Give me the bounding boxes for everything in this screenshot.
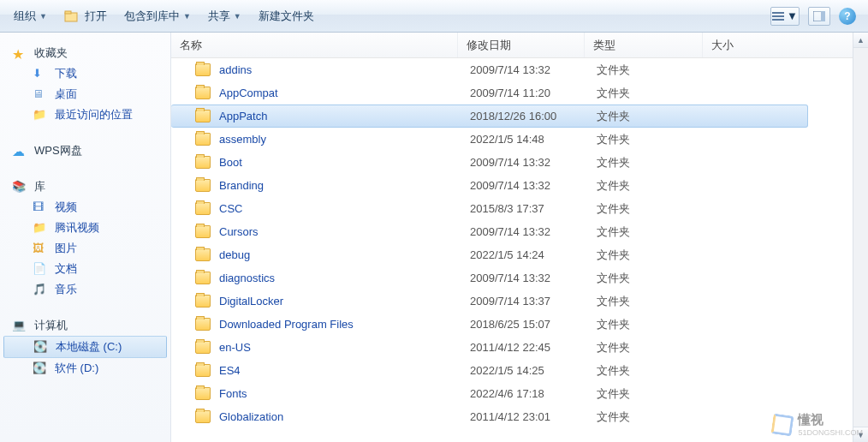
computer-label: 计算机: [34, 318, 68, 333]
new-folder-button[interactable]: 新建文件夹: [250, 4, 323, 28]
table-row[interactable]: AppCompat2009/7/14 11:20文件夹: [171, 81, 868, 105]
sidebar-group-favorites: ★ 收藏夹 ⬇ 下载 🖥 桌面 📁 最近访问的位置: [0, 43, 170, 125]
file-type: 文件夹: [597, 178, 715, 194]
view-options-button[interactable]: ▼: [770, 7, 800, 26]
sidebar-item-desktop[interactable]: 🖥 桌面: [0, 84, 170, 105]
sidebar-item-label: 最近访问的位置: [55, 107, 133, 122]
file-type: 文件夹: [597, 409, 715, 425]
sidebar-item-recent[interactable]: 📁 最近访问的位置: [0, 105, 170, 125]
include-label: 包含到库中: [124, 9, 180, 24]
sidebar-item-pictures[interactable]: 🖼 图片: [0, 238, 170, 259]
new-folder-label: 新建文件夹: [259, 9, 314, 24]
chevron-down-icon: ▼: [234, 12, 241, 21]
sidebar-item-tencent-video[interactable]: 📁 腾讯视频: [0, 218, 170, 238]
file-name: DigitalLocker: [219, 295, 283, 308]
table-row[interactable]: Cursors2009/7/14 13:32文件夹: [171, 220, 868, 243]
folder-icon: [195, 133, 211, 146]
sidebar-item-documents[interactable]: 📄 文档: [0, 259, 170, 279]
sidebar-item-music[interactable]: 🎵 音乐: [0, 279, 170, 300]
file-type: 文件夹: [597, 132, 715, 147]
music-icon: 🎵: [33, 283, 48, 296]
libraries-label: 库: [34, 179, 45, 194]
file-list-pane: 名称 修改日期 类型 大小 addins2009/7/14 13:32文件夹Ap…: [171, 33, 868, 442]
table-row[interactable]: debug2022/1/5 14:24文件夹: [171, 243, 868, 266]
chevron-down-icon: ▼: [787, 9, 798, 22]
favorites-header[interactable]: ★ 收藏夹: [0, 43, 170, 63]
file-date: 2009/7/14 13:37: [470, 295, 597, 308]
file-type: 文件夹: [597, 317, 715, 332]
file-date: 2022/1/5 14:24: [470, 248, 597, 261]
table-row[interactable]: DigitalLocker2009/7/14 13:37文件夹: [171, 290, 868, 313]
folder-icon: [195, 248, 211, 261]
file-type: 文件夹: [597, 86, 715, 101]
folder-icon: [195, 295, 211, 308]
sidebar-item-downloads[interactable]: ⬇ 下载: [0, 63, 170, 84]
folder-icon: [195, 318, 211, 331]
file-date: 2015/8/3 17:37: [470, 202, 597, 215]
watermark-icon: [771, 413, 794, 436]
folder-icon: [195, 156, 211, 169]
file-name: Branding: [219, 179, 264, 192]
table-row[interactable]: AppPatch2018/12/26 16:00文件夹: [171, 105, 808, 128]
file-name: addins: [219, 63, 252, 76]
table-row[interactable]: CSC2015/8/3 17:37文件夹: [171, 197, 868, 220]
sidebar-group-computer: 💻 计算机 💽 本地磁盘 (C:) 💽 软件 (D:): [0, 315, 170, 379]
share-button[interactable]: 共享 ▼: [199, 4, 250, 28]
column-header-name[interactable]: 名称: [171, 33, 458, 57]
sidebar-item-disk-c[interactable]: 💽 本地磁盘 (C:): [3, 336, 167, 358]
preview-pane-button[interactable]: [808, 7, 830, 26]
table-row[interactable]: ES42022/1/5 14:25文件夹: [171, 359, 868, 382]
computer-header[interactable]: 💻 计算机: [0, 315, 170, 336]
libraries-header[interactable]: 📚 库: [0, 176, 170, 197]
file-list: addins2009/7/14 13:32文件夹AppCompat2009/7/…: [171, 58, 868, 442]
sidebar-item-label: 视频: [55, 200, 77, 215]
disk-icon: 💽: [33, 361, 48, 375]
favorites-label: 收藏夹: [34, 45, 68, 61]
file-date: 2011/4/12 22:45: [470, 341, 597, 354]
file-type: 文件夹: [597, 271, 715, 286]
open-button[interactable]: 打开: [56, 4, 116, 28]
table-row[interactable]: Fonts2022/4/6 17:18文件夹: [171, 382, 868, 405]
table-row[interactable]: Branding2009/7/14 13:32文件夹: [171, 174, 868, 197]
file-type: 文件夹: [597, 155, 715, 170]
organize-button[interactable]: 组织 ▼: [5, 4, 56, 28]
organize-label: 组织: [14, 9, 36, 24]
file-name: Globalization: [219, 410, 283, 423]
include-library-button[interactable]: 包含到库中 ▼: [116, 4, 199, 28]
documents-icon: 📄: [33, 262, 48, 276]
svg-rect-6: [821, 11, 825, 21]
download-icon: ⬇: [33, 67, 48, 81]
table-row[interactable]: Globalization2011/4/12 23:01文件夹: [171, 405, 868, 428]
table-row[interactable]: diagnostics2009/7/14 13:32文件夹: [171, 266, 868, 290]
table-row[interactable]: addins2009/7/14 13:32文件夹: [171, 58, 868, 81]
column-header-type[interactable]: 类型: [585, 33, 703, 57]
open-icon: [64, 9, 80, 23]
table-row[interactable]: assembly2022/1/5 14:48文件夹: [171, 128, 868, 151]
watermark-text: 懂视: [798, 412, 863, 428]
file-date: 2009/7/14 13:32: [470, 63, 597, 76]
table-row[interactable]: Downloaded Program Files2018/6/25 15:07文…: [171, 313, 868, 336]
sidebar-item-disk-d[interactable]: 💽 软件 (D:): [0, 358, 170, 379]
help-button[interactable]: ?: [839, 8, 856, 25]
sidebar-item-label: 文档: [55, 261, 77, 277]
svg-rect-3: [772, 15, 784, 17]
table-row[interactable]: Boot2009/7/14 13:32文件夹: [171, 151, 868, 174]
wps-label: WPS网盘: [34, 143, 82, 158]
file-name: AppCompat: [219, 87, 278, 99]
file-date: 2009/7/14 13:32: [470, 156, 597, 169]
vertical-scrollbar[interactable]: ▲ ▼: [853, 33, 868, 442]
pane-icon: [813, 11, 825, 21]
star-icon: ★: [12, 46, 27, 60]
column-header-size[interactable]: 大小: [703, 33, 868, 57]
file-name: AppPatch: [219, 110, 267, 122]
table-row[interactable]: en-US2011/4/12 22:45文件夹: [171, 336, 868, 359]
wps-header[interactable]: ☁ WPS网盘: [0, 140, 170, 161]
sidebar-item-videos[interactable]: 🎞 视频: [0, 197, 170, 218]
file-name: debug: [219, 248, 250, 261]
folder-icon: [195, 202, 211, 215]
column-header-date[interactable]: 修改日期: [458, 33, 585, 57]
file-date: 2009/7/14 13:32: [470, 225, 597, 238]
scroll-up-button[interactable]: ▲: [853, 33, 868, 48]
folder-icon: [195, 179, 211, 192]
sidebar-group-wps: ☁ WPS网盘: [0, 140, 170, 161]
